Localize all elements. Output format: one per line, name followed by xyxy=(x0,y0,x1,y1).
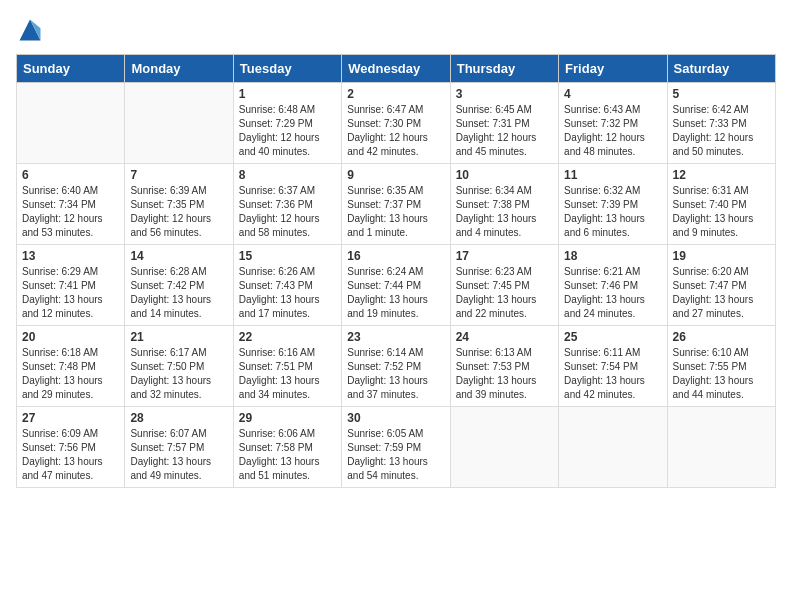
day-number: 21 xyxy=(130,330,227,344)
calendar-cell: 22Sunrise: 6:16 AM Sunset: 7:51 PM Dayli… xyxy=(233,326,341,407)
day-info: Sunrise: 6:13 AM Sunset: 7:53 PM Dayligh… xyxy=(456,346,553,402)
calendar-cell: 24Sunrise: 6:13 AM Sunset: 7:53 PM Dayli… xyxy=(450,326,558,407)
day-number: 14 xyxy=(130,249,227,263)
logo xyxy=(16,16,48,44)
day-number: 23 xyxy=(347,330,444,344)
day-number: 30 xyxy=(347,411,444,425)
day-info: Sunrise: 6:47 AM Sunset: 7:30 PM Dayligh… xyxy=(347,103,444,159)
calendar-cell: 29Sunrise: 6:06 AM Sunset: 7:58 PM Dayli… xyxy=(233,407,341,488)
calendar-cell: 8Sunrise: 6:37 AM Sunset: 7:36 PM Daylig… xyxy=(233,164,341,245)
day-info: Sunrise: 6:05 AM Sunset: 7:59 PM Dayligh… xyxy=(347,427,444,483)
day-info: Sunrise: 6:24 AM Sunset: 7:44 PM Dayligh… xyxy=(347,265,444,321)
day-number: 15 xyxy=(239,249,336,263)
day-number: 29 xyxy=(239,411,336,425)
day-number: 12 xyxy=(673,168,770,182)
calendar-cell: 30Sunrise: 6:05 AM Sunset: 7:59 PM Dayli… xyxy=(342,407,450,488)
day-info: Sunrise: 6:28 AM Sunset: 7:42 PM Dayligh… xyxy=(130,265,227,321)
day-info: Sunrise: 6:14 AM Sunset: 7:52 PM Dayligh… xyxy=(347,346,444,402)
day-number: 4 xyxy=(564,87,661,101)
day-number: 25 xyxy=(564,330,661,344)
day-info: Sunrise: 6:23 AM Sunset: 7:45 PM Dayligh… xyxy=(456,265,553,321)
calendar-cell: 18Sunrise: 6:21 AM Sunset: 7:46 PM Dayli… xyxy=(559,245,667,326)
day-number: 26 xyxy=(673,330,770,344)
day-number: 2 xyxy=(347,87,444,101)
day-number: 28 xyxy=(130,411,227,425)
day-info: Sunrise: 6:16 AM Sunset: 7:51 PM Dayligh… xyxy=(239,346,336,402)
day-number: 5 xyxy=(673,87,770,101)
header-monday: Monday xyxy=(125,55,233,83)
header-friday: Friday xyxy=(559,55,667,83)
calendar-cell xyxy=(450,407,558,488)
day-info: Sunrise: 6:43 AM Sunset: 7:32 PM Dayligh… xyxy=(564,103,661,159)
day-info: Sunrise: 6:06 AM Sunset: 7:58 PM Dayligh… xyxy=(239,427,336,483)
calendar-cell: 13Sunrise: 6:29 AM Sunset: 7:41 PM Dayli… xyxy=(17,245,125,326)
day-info: Sunrise: 6:21 AM Sunset: 7:46 PM Dayligh… xyxy=(564,265,661,321)
day-info: Sunrise: 6:26 AM Sunset: 7:43 PM Dayligh… xyxy=(239,265,336,321)
day-info: Sunrise: 6:17 AM Sunset: 7:50 PM Dayligh… xyxy=(130,346,227,402)
calendar-table: SundayMondayTuesdayWednesdayThursdayFrid… xyxy=(16,54,776,488)
calendar-cell: 10Sunrise: 6:34 AM Sunset: 7:38 PM Dayli… xyxy=(450,164,558,245)
calendar-cell: 14Sunrise: 6:28 AM Sunset: 7:42 PM Dayli… xyxy=(125,245,233,326)
calendar-week-row: 20Sunrise: 6:18 AM Sunset: 7:48 PM Dayli… xyxy=(17,326,776,407)
day-info: Sunrise: 6:07 AM Sunset: 7:57 PM Dayligh… xyxy=(130,427,227,483)
day-number: 11 xyxy=(564,168,661,182)
day-info: Sunrise: 6:20 AM Sunset: 7:47 PM Dayligh… xyxy=(673,265,770,321)
calendar-cell: 1Sunrise: 6:48 AM Sunset: 7:29 PM Daylig… xyxy=(233,83,341,164)
calendar-cell xyxy=(559,407,667,488)
calendar-cell xyxy=(17,83,125,164)
calendar-cell: 11Sunrise: 6:32 AM Sunset: 7:39 PM Dayli… xyxy=(559,164,667,245)
calendar-week-row: 27Sunrise: 6:09 AM Sunset: 7:56 PM Dayli… xyxy=(17,407,776,488)
day-number: 6 xyxy=(22,168,119,182)
day-number: 1 xyxy=(239,87,336,101)
day-info: Sunrise: 6:34 AM Sunset: 7:38 PM Dayligh… xyxy=(456,184,553,240)
calendar-cell: 17Sunrise: 6:23 AM Sunset: 7:45 PM Dayli… xyxy=(450,245,558,326)
day-number: 16 xyxy=(347,249,444,263)
day-info: Sunrise: 6:35 AM Sunset: 7:37 PM Dayligh… xyxy=(347,184,444,240)
calendar-cell: 2Sunrise: 6:47 AM Sunset: 7:30 PM Daylig… xyxy=(342,83,450,164)
calendar-cell: 25Sunrise: 6:11 AM Sunset: 7:54 PM Dayli… xyxy=(559,326,667,407)
day-info: Sunrise: 6:29 AM Sunset: 7:41 PM Dayligh… xyxy=(22,265,119,321)
day-number: 8 xyxy=(239,168,336,182)
calendar-cell: 9Sunrise: 6:35 AM Sunset: 7:37 PM Daylig… xyxy=(342,164,450,245)
header-thursday: Thursday xyxy=(450,55,558,83)
calendar-week-row: 13Sunrise: 6:29 AM Sunset: 7:41 PM Dayli… xyxy=(17,245,776,326)
calendar-week-row: 1Sunrise: 6:48 AM Sunset: 7:29 PM Daylig… xyxy=(17,83,776,164)
calendar-cell: 19Sunrise: 6:20 AM Sunset: 7:47 PM Dayli… xyxy=(667,245,775,326)
header-saturday: Saturday xyxy=(667,55,775,83)
day-number: 3 xyxy=(456,87,553,101)
calendar-cell xyxy=(125,83,233,164)
calendar-cell: 15Sunrise: 6:26 AM Sunset: 7:43 PM Dayli… xyxy=(233,245,341,326)
day-info: Sunrise: 6:40 AM Sunset: 7:34 PM Dayligh… xyxy=(22,184,119,240)
calendar-cell: 5Sunrise: 6:42 AM Sunset: 7:33 PM Daylig… xyxy=(667,83,775,164)
logo-icon xyxy=(16,16,44,44)
day-number: 9 xyxy=(347,168,444,182)
calendar-cell: 23Sunrise: 6:14 AM Sunset: 7:52 PM Dayli… xyxy=(342,326,450,407)
calendar-cell: 3Sunrise: 6:45 AM Sunset: 7:31 PM Daylig… xyxy=(450,83,558,164)
day-number: 27 xyxy=(22,411,119,425)
day-info: Sunrise: 6:10 AM Sunset: 7:55 PM Dayligh… xyxy=(673,346,770,402)
day-number: 18 xyxy=(564,249,661,263)
day-info: Sunrise: 6:31 AM Sunset: 7:40 PM Dayligh… xyxy=(673,184,770,240)
calendar-cell: 21Sunrise: 6:17 AM Sunset: 7:50 PM Dayli… xyxy=(125,326,233,407)
header-tuesday: Tuesday xyxy=(233,55,341,83)
day-info: Sunrise: 6:48 AM Sunset: 7:29 PM Dayligh… xyxy=(239,103,336,159)
day-info: Sunrise: 6:39 AM Sunset: 7:35 PM Dayligh… xyxy=(130,184,227,240)
day-number: 17 xyxy=(456,249,553,263)
calendar-week-row: 6Sunrise: 6:40 AM Sunset: 7:34 PM Daylig… xyxy=(17,164,776,245)
calendar-cell: 4Sunrise: 6:43 AM Sunset: 7:32 PM Daylig… xyxy=(559,83,667,164)
day-number: 7 xyxy=(130,168,227,182)
calendar-cell: 27Sunrise: 6:09 AM Sunset: 7:56 PM Dayli… xyxy=(17,407,125,488)
day-info: Sunrise: 6:37 AM Sunset: 7:36 PM Dayligh… xyxy=(239,184,336,240)
day-info: Sunrise: 6:45 AM Sunset: 7:31 PM Dayligh… xyxy=(456,103,553,159)
calendar-cell: 6Sunrise: 6:40 AM Sunset: 7:34 PM Daylig… xyxy=(17,164,125,245)
calendar-cell: 7Sunrise: 6:39 AM Sunset: 7:35 PM Daylig… xyxy=(125,164,233,245)
header-wednesday: Wednesday xyxy=(342,55,450,83)
day-number: 13 xyxy=(22,249,119,263)
calendar-cell: 28Sunrise: 6:07 AM Sunset: 7:57 PM Dayli… xyxy=(125,407,233,488)
calendar-cell: 26Sunrise: 6:10 AM Sunset: 7:55 PM Dayli… xyxy=(667,326,775,407)
calendar-cell xyxy=(667,407,775,488)
day-number: 22 xyxy=(239,330,336,344)
calendar-cell: 20Sunrise: 6:18 AM Sunset: 7:48 PM Dayli… xyxy=(17,326,125,407)
header-sunday: Sunday xyxy=(17,55,125,83)
day-info: Sunrise: 6:32 AM Sunset: 7:39 PM Dayligh… xyxy=(564,184,661,240)
